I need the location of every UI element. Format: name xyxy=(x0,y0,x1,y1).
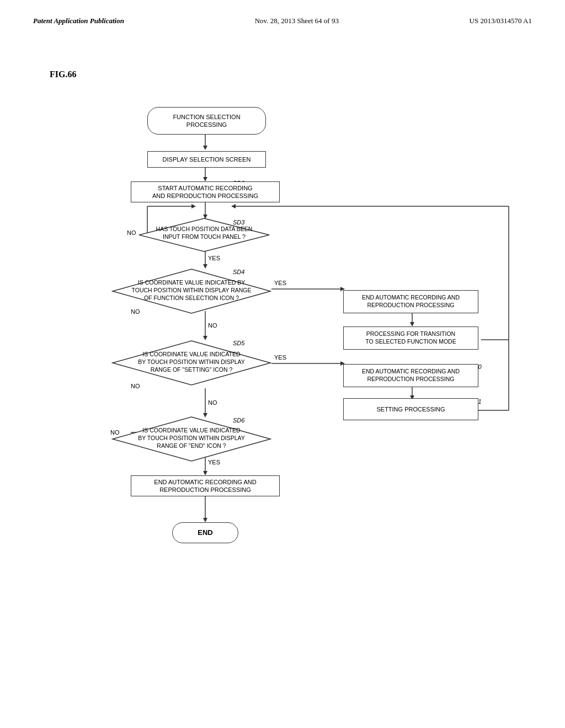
node-end: END xyxy=(172,522,238,543)
header-left: Patent Application Publication xyxy=(33,17,124,25)
svg-text:OF FUNCTION SELECTION ICON ?: OF FUNCTION SELECTION ICON ? xyxy=(144,295,239,301)
node-sd6: IS COORDINATE VALUE INDICATED BY TOUCH P… xyxy=(111,416,271,463)
page-header: Patent Application Publication Nov. 28, … xyxy=(33,17,532,25)
svg-marker-1 xyxy=(203,146,207,150)
node-sd8: END AUTOMATIC RECORDING AND REPRODUCTION… xyxy=(343,290,478,313)
svg-marker-20 xyxy=(410,322,414,326)
svg-text:YES: YES xyxy=(274,354,286,361)
node-sd9: PROCESSING FOR TRANSITION TO SELECTED FU… xyxy=(343,326,478,350)
svg-marker-24 xyxy=(231,204,236,208)
svg-marker-36 xyxy=(203,471,207,475)
svg-text:IS COORDINATE VALUE INDICATED: IS COORDINATE VALUE INDICATED xyxy=(142,351,241,357)
sd5-no: NO xyxy=(131,383,140,389)
svg-text:BY TOUCH POSITION WITHIN DISPL: BY TOUCH POSITION WITHIN DISPLAY xyxy=(138,435,245,441)
svg-text:IS COORDINATE VALUE INDICATED : IS COORDINATE VALUE INDICATED BY xyxy=(138,279,245,286)
sd4-no: NO xyxy=(131,308,140,315)
svg-text:NO: NO xyxy=(208,322,217,329)
flowchart: YES YES NO YES xyxy=(45,90,520,670)
svg-text:YES: YES xyxy=(208,255,220,261)
figure-label: FIG.66 xyxy=(50,69,532,79)
svg-marker-41 xyxy=(203,518,207,522)
node-sd5: IS COORDINATE VALUE INDICATED BY TOUCH P… xyxy=(111,340,271,387)
svg-text:RANGE OF "END" ICON ?: RANGE OF "END" ICON ? xyxy=(157,442,226,449)
node-sd11: SETTING PROCESSING xyxy=(343,398,478,420)
node-start: FUNCTION SELECTION PROCESSING xyxy=(147,107,266,135)
svg-text:TOUCH POSITION WITHIN DISPLAY : TOUCH POSITION WITHIN DISPLAY RANGE xyxy=(131,287,251,293)
header-right: US 2013/0314570 A1 xyxy=(470,17,532,25)
node-sd2: START AUTOMATIC RECORDING AND REPRODUCTI… xyxy=(131,181,280,202)
svg-text:INPUT FROM TOUCH PANEL ?: INPUT FROM TOUCH PANEL ? xyxy=(163,233,246,240)
svg-text:IS COORDINATE VALUE INDICATED: IS COORDINATE VALUE INDICATED xyxy=(142,427,241,433)
node-sd3: HAS TOUCH POSITION DATA BEEN INPUT FROM … xyxy=(138,217,270,253)
svg-text:NO: NO xyxy=(208,399,217,406)
svg-text:BY TOUCH POSITION WITHIN DISPL: BY TOUCH POSITION WITHIN DISPLAY xyxy=(138,358,245,365)
node-sd7: END AUTOMATIC RECORDING AND REPRODUCTION… xyxy=(131,475,280,496)
svg-text:RANGE OF "SETTING" ICON ?: RANGE OF "SETTING" ICON ? xyxy=(151,366,233,373)
svg-text:HAS TOUCH POSITION DATA BEEN: HAS TOUCH POSITION DATA BEEN xyxy=(156,226,253,232)
svg-marker-3 xyxy=(203,177,207,181)
header-center: Nov. 28, 2013 Sheet 64 of 93 xyxy=(255,17,339,25)
svg-text:YES: YES xyxy=(274,280,286,286)
node-sd1: DISPLAY SELECTION SCREEN xyxy=(147,151,266,168)
node-sd10: END AUTOMATIC RECORDING AND REPRODUCTION… xyxy=(343,364,478,387)
svg-text:NO: NO xyxy=(127,229,136,236)
svg-marker-12 xyxy=(191,204,196,208)
